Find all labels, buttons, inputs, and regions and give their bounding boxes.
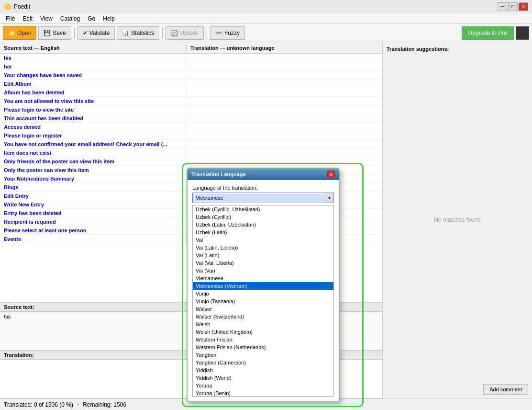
validate-icon: ✔ [83, 30, 88, 36]
source-cell: her [0, 63, 187, 70]
list-item[interactable]: Western Frisian (Netherlands) [193, 343, 333, 351]
list-item[interactable]: Welsh [193, 320, 333, 328]
source-cell: Write New Entry [0, 201, 187, 208]
save-button[interactable]: 💾 Save [38, 26, 71, 40]
menu-view[interactable]: View [36, 14, 56, 23]
source-cell: Only friends of the poster can view this… [0, 158, 187, 165]
minimize-btn[interactable]: ─ [498, 2, 507, 11]
table-row[interactable]: This account has been disabled [0, 114, 382, 123]
table-row[interactable]: Only friends of the poster can view this… [0, 157, 382, 166]
list-item[interactable]: Uzbek (Cyrillic) [193, 213, 333, 221]
list-item[interactable]: Vai (Latin, Liberia) [193, 244, 333, 251]
translation-cell [187, 91, 382, 93]
separator-2 [162, 27, 163, 39]
translation-cell [187, 117, 382, 119]
table-row[interactable]: Please login or register [0, 131, 382, 140]
list-item[interactable]: Yangben (Cameroon) [193, 359, 333, 366]
folder-icon: 📁 [8, 30, 15, 36]
list-item[interactable]: Vai (Vai, Liberia) [193, 259, 333, 267]
menu-file[interactable]: File [2, 14, 19, 23]
dialog-titlebar: Translation Language ✕ [188, 169, 339, 180]
table-row[interactable]: his [0, 54, 382, 62]
statistics-button[interactable]: 📊 Statistics [117, 26, 159, 40]
separator-3 [207, 27, 207, 39]
table-row[interactable]: You have not confirmed your email addres… [0, 140, 382, 148]
menu-go[interactable]: Go [84, 14, 99, 23]
translation-language-dialog[interactable]: Translation Language ✕ Language of the t… [187, 168, 340, 402]
language-select-display[interactable]: Vietnamese ▼ [192, 193, 334, 203]
update-button[interactable]: 🔄 Update [166, 26, 204, 40]
source-cell: Please login to view the site [0, 106, 187, 114]
theme-button[interactable] [516, 26, 529, 40]
source-cell: Blogs [0, 183, 187, 191]
list-item[interactable]: Walser (Switzerland) [193, 313, 333, 320]
translation-cell [187, 100, 382, 102]
menubar: File Edit View Catalog Go Help [0, 13, 532, 24]
fuzzy-button[interactable]: 👓 Fuzzy [210, 26, 245, 40]
source-cell: Only the poster can view this item [0, 166, 187, 174]
translation-cell [187, 135, 382, 137]
open-button[interactable]: 📁 Open [3, 26, 36, 40]
validate-button[interactable]: ✔ Validate [78, 26, 115, 40]
list-item[interactable]: Vietnamese [193, 274, 333, 282]
table-row[interactable]: Access denied [0, 123, 382, 131]
menu-edit[interactable]: Edit [19, 14, 36, 23]
menu-catalog[interactable]: Catalog [56, 14, 84, 23]
list-item[interactable]: Uzbek (Latin, Uzbekistan) [193, 221, 333, 228]
source-cell: Entry has been deleted [0, 209, 187, 217]
field-label: Language of the translation: [192, 185, 334, 191]
list-item[interactable]: Walser [193, 305, 333, 313]
dialog-body: Language of the translation: Vietnamese … [188, 180, 339, 401]
source-cell: Your changes have been saved [0, 71, 187, 79]
source-cell: Edit Album [0, 80, 187, 88]
dialog-close-button[interactable]: ✕ [327, 171, 335, 178]
table-row[interactable]: Please login to view the site [0, 105, 382, 114]
table-row[interactable]: Album has been deleted [0, 88, 382, 97]
list-item[interactable]: Vunjo [193, 290, 333, 297]
list-item[interactable]: Yoruba [193, 382, 333, 389]
translation-cell [187, 57, 382, 59]
menu-help[interactable]: Help [99, 14, 119, 23]
list-item[interactable]: Vunjo (Tanzania) [193, 297, 333, 305]
maximize-btn[interactable]: □ [508, 2, 518, 11]
window-controls: ─ □ ✕ [498, 2, 528, 11]
list-item[interactable]: Uzbek (Latin) [193, 228, 333, 236]
table-row[interactable]: Edit Album [0, 80, 382, 88]
status-separator: • [77, 401, 79, 408]
list-item[interactable]: Vai (Vai) [193, 267, 333, 274]
list-item[interactable]: Vai (Latin) [193, 251, 333, 259]
source-cell: Recipient is required [0, 218, 187, 226]
translation-cell [187, 74, 382, 76]
source-cell: You are not allowed to view this site [0, 97, 187, 105]
table-row[interactable]: Your changes have been saved [0, 71, 382, 80]
table-row[interactable]: her [0, 62, 382, 71]
upgrade-button[interactable]: Upgrade to Pro [462, 26, 514, 40]
source-cell: Album has been deleted [0, 89, 187, 96]
source-cell: his [0, 54, 187, 62]
close-btn[interactable]: ✕ [519, 2, 528, 11]
list-item[interactable]: Vai [193, 236, 333, 244]
list-item[interactable]: Yiddish (World) [193, 374, 333, 382]
translation-cell [187, 83, 382, 85]
list-item[interactable]: Yoruba (Benin) [193, 389, 333, 397]
table-row[interactable]: Item does not exist [0, 148, 382, 157]
language-dropdown[interactable]: Uzbek (Cyrillic, Uzbekistan)Uzbek (Cyril… [192, 205, 334, 397]
source-cell: Events [0, 235, 187, 243]
table-row[interactable]: You are not allowed to view this site [0, 97, 382, 105]
list-item[interactable]: Western Frisian [193, 336, 333, 343]
update-icon: 🔄 [171, 30, 178, 36]
translation-cell [187, 160, 382, 162]
list-item[interactable]: Welsh (United Kingdom) [193, 328, 333, 336]
statistics-icon: 📊 [122, 30, 129, 36]
dropdown-arrow-icon[interactable]: ▼ [325, 193, 333, 203]
source-cell: Access denied [0, 123, 187, 131]
source-cell: Your Notifications Summary [0, 175, 187, 182]
add-comment-button[interactable]: Add comment [483, 384, 528, 395]
list-item[interactable]: Yangben [193, 351, 333, 359]
dialog-title: Translation Language [191, 171, 246, 177]
source-cell: Please select at least one person [0, 227, 187, 234]
list-item[interactable]: Vietnamese (Vietnam) [193, 282, 333, 290]
list-item[interactable]: Yiddish [193, 366, 333, 374]
app-title: Poedit [14, 3, 30, 10]
list-item[interactable]: Uzbek (Cyrillic, Uzbekistan) [193, 205, 333, 213]
